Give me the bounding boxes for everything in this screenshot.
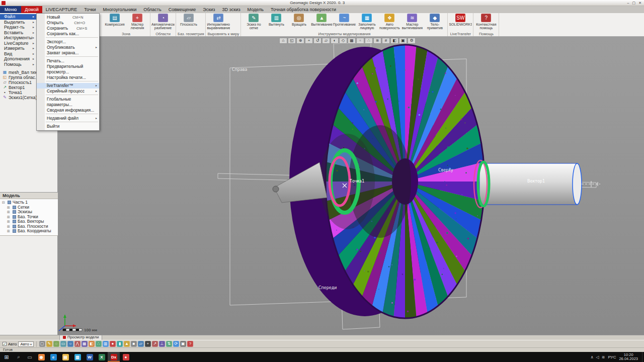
bottom-tool-button[interactable]: ▣ [180, 341, 186, 347]
viewport-tool-button[interactable]: ⚙ [408, 38, 416, 44]
tray-icon[interactable]: ◁ [596, 355, 599, 359]
taskbar-app-button[interactable]: ▥ [71, 352, 84, 362]
file-menu-item[interactable]: ▸ [46, 37, 98, 39]
auto-checkbox[interactable]: ✓ [3, 342, 7, 346]
file-menu-item[interactable]: Серийный процесс ▸ [37, 88, 99, 94]
viewport-tool-button[interactable]: ⌂ [279, 38, 287, 44]
ribbon-button[interactable]: ▱ Плоскость [178, 14, 200, 30]
viewport-tool-button[interactable]: + [305, 38, 313, 44]
expander-icon[interactable]: ⊞ [7, 224, 11, 229]
bottom-tool-button[interactable]: ◧ [89, 341, 95, 347]
model-view-tab[interactable]: Просмотр модели [59, 335, 102, 340]
bottom-tool-button[interactable]: ● [110, 341, 116, 347]
file-menu-item[interactable]: ▸ [46, 114, 98, 115]
viewport-3d[interactable]: ⌂ ◱ ⊕ + ↺ ▱ ◐ [58, 37, 644, 335]
bottom-tool-button[interactable]: ⊥ [159, 341, 165, 347]
bottom-tool-button[interactable]: ∴ [96, 341, 102, 347]
ribbon-button[interactable]: ▲ Вытягивание [310, 14, 333, 30]
bottom-tool-button[interactable]: ▮ [117, 341, 123, 347]
viewport-tool-button[interactable]: ∴ [365, 38, 373, 44]
file-menu-item[interactable]: ▸ [46, 95, 98, 96]
file-menu-item[interactable]: Глобальные параметры... ▸ [37, 97, 99, 108]
ribbon-button[interactable]: ▥ Вытянуть [265, 14, 287, 30]
viewport-tool-button[interactable]: ▣ [399, 38, 407, 44]
ribbon-tab[interactable]: Многоугольники [100, 6, 140, 13]
ribbon-tab[interactable]: Область [140, 6, 165, 13]
ribbon-button[interactable]: SW SOLIDWORKS [449, 14, 471, 30]
viewport-tool-button[interactable]: ≋ [373, 38, 381, 44]
maximize-button[interactable]: ▢ [632, 1, 636, 5]
ribbon-button[interactable]: ≋ Мастер вытягивания по сечениям [401, 14, 423, 30]
taskbar-app-button[interactable]: ▤ [59, 352, 71, 362]
taskbar-app-button[interactable]: X [96, 352, 108, 362]
viewport-tool-button[interactable]: ▦ [348, 38, 356, 44]
file-menu-item[interactable]: liveTransfer™ ▸ [37, 83, 99, 88]
ribbon-tab[interactable]: Точная обработка поверхности [267, 6, 340, 13]
sidebar-menu-item[interactable]: Дополнения ▸ [0, 56, 36, 62]
expander-icon[interactable]: ⊞ [7, 219, 11, 224]
ribbon-button[interactable]: ◎ Вращать [288, 14, 310, 30]
sidebar-menu-item[interactable]: Инструменты ▸ [0, 35, 36, 41]
expander-icon[interactable]: ⊞ [7, 205, 11, 210]
sidebar-menu-item[interactable]: LiveCapture ▸ [0, 41, 36, 46]
sidebar-menu-item[interactable]: Вид ▸ [0, 51, 36, 57]
ribbon-tab[interactable]: 3D эскиз [218, 6, 244, 13]
file-menu-item[interactable]: ▸ [46, 81, 98, 82]
expander-icon[interactable]: ⊞ [7, 210, 11, 215]
bottom-tool-button[interactable]: ? [187, 341, 193, 347]
viewport-tool-button[interactable]: ▱ [322, 38, 330, 44]
bottom-tool-button[interactable]: ▥ [103, 341, 109, 347]
bottom-tool-button[interactable]: ⋀ [74, 341, 80, 347]
model-tree-item[interactable]: ⊞ Баз. Координаты [0, 229, 58, 234]
taskbar-app-button[interactable]: Dx [108, 352, 120, 362]
sidebar-menu-item[interactable]: Измерить ▸ [0, 46, 36, 51]
ribbon-tab[interactable]: Точки [80, 6, 99, 13]
sidebar-menu-item[interactable]: Файл ▸ [0, 14, 36, 20]
ribbon-tab[interactable]: LIVECAPTURE [42, 6, 81, 13]
file-menu-item[interactable]: Печать... ▸ [37, 58, 99, 64]
taskbar-app-button[interactable]: W [84, 352, 96, 362]
ribbon-button[interactable]: ✎ Эскиз по сетке [243, 14, 265, 30]
viewport-tool-button[interactable]: ◇ [339, 38, 347, 44]
viewport-tool-button[interactable]: ◱ [288, 38, 296, 44]
file-menu-item[interactable]: Сохранить как... ▸ [37, 31, 99, 37]
viewport-tool-button[interactable]: ◐ [331, 38, 339, 44]
file-menu-item[interactable]: ▸ [46, 122, 98, 123]
file-menu-item[interactable]: Экспорт... ▸ [37, 39, 99, 45]
ribbon-tab[interactable]: Модель [244, 6, 267, 13]
bottom-tool-button[interactable]: ▭ [60, 341, 66, 347]
sidebar-menu-item[interactable]: Выделить ▸ [0, 20, 36, 25]
viewport-tool-button[interactable]: # [382, 38, 390, 44]
viewport-tool-button[interactable]: ▫ [356, 38, 364, 44]
start-button[interactable]: ⊞ [0, 354, 13, 360]
minimize-button[interactable]: – [627, 1, 629, 5]
viewport-tool-button[interactable]: ⊕ [296, 38, 304, 44]
ribbon-button[interactable]: ▤ Компрессия [104, 14, 126, 30]
sidebar-menu-item[interactable]: Вставить ▸ [0, 30, 36, 36]
menu-button[interactable]: Меню [0, 6, 21, 13]
taskbar-app-button[interactable]: e [47, 352, 59, 362]
ribbon-tab[interactable]: Совмещение [165, 6, 200, 13]
bottom-tool-button[interactable]: ⇅ [166, 341, 172, 347]
file-menu-item[interactable]: ▸ [46, 56, 98, 58]
sidebar-menu-item[interactable]: Помощь ▸ [0, 62, 36, 67]
task-view-icon[interactable]: ▭ [24, 354, 35, 360]
expander-icon[interactable]: ⊞ [7, 215, 11, 220]
show-desktop-button[interactable] [642, 352, 644, 362]
file-menu-item[interactable]: Захват экрана... ▸ [37, 50, 99, 56]
model-panel-title[interactable]: Модель [0, 192, 58, 199]
tray-icon[interactable]: ∧ [591, 355, 594, 359]
file-menu-item[interactable]: Предварительный просмотр... ▸ [37, 64, 99, 75]
ribbon-button[interactable]: ⇄ Интерактивное выравнивание [207, 14, 229, 30]
bottom-tool-button[interactable]: ✎ [46, 341, 52, 347]
tray-icon[interactable]: ≋ [602, 355, 605, 359]
file-menu-item[interactable]: Опубликовать ▸ [37, 45, 99, 50]
sidebar-menu-item[interactable]: Редакт-ть ▸ [0, 25, 36, 30]
search-icon[interactable]: ⌕ [13, 354, 24, 360]
ribbon-tab[interactable]: Эскиз [199, 6, 218, 13]
ribbon-button[interactable]: ◆ Тело-примитив [424, 14, 446, 30]
ribbon-tab[interactable]: Домой [21, 6, 42, 13]
bottom-tool-button[interactable]: ▱ [138, 341, 144, 347]
file-menu-item[interactable]: Сводная информация... ▸ [37, 108, 99, 113]
ribbon-button[interactable]: ▦ Заполнить лицевую поверхность [356, 14, 378, 30]
